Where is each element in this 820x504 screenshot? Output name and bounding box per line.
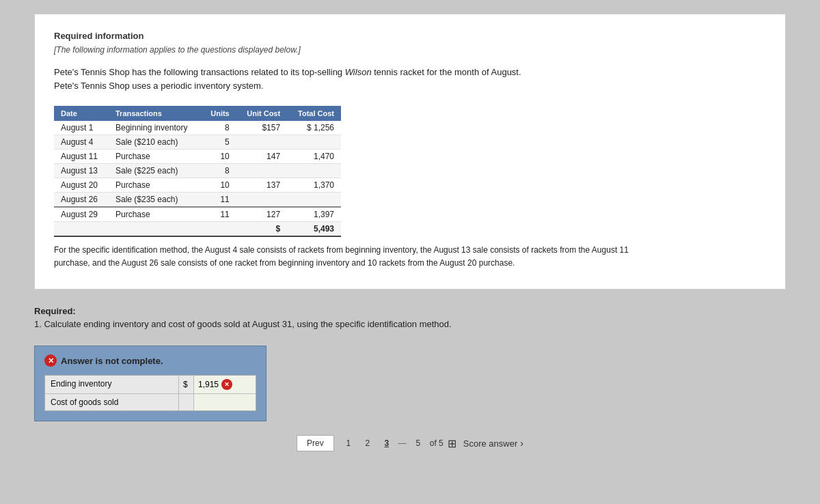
score-label: Score answer — [463, 438, 517, 449]
table-cell-units: 10 — [201, 178, 236, 193]
answer-value-0[interactable]: 1,915✕ — [194, 376, 256, 393]
table-cell-units: 5 — [201, 135, 236, 150]
table-cell-units: 11 — [201, 207, 236, 222]
table-cell-total-cost — [287, 193, 341, 208]
table-cell-unit-cost — [236, 135, 287, 150]
chevron-right-icon: › — [520, 438, 523, 449]
specific-id-note: For the specific identification method, … — [54, 244, 635, 270]
table-cell-total-cost — [287, 164, 341, 178]
required-section: Required: 1. Calculate ending inventory … — [34, 306, 786, 329]
required-question: 1. Calculate ending inventory and cost o… — [34, 319, 786, 329]
table-cell-unit-cost — [236, 164, 287, 178]
table-cell-unit-cost: 147 — [236, 150, 287, 164]
answer-label-0: Ending inventory — [45, 376, 179, 393]
table-cell-date: August 4 — [54, 135, 109, 150]
table-cell-transaction: Purchase — [109, 178, 201, 193]
table-cell-unit-cost: 137 — [236, 178, 287, 193]
description-brand: Wilson — [345, 67, 372, 77]
answer-dollar-0: $ — [179, 376, 194, 393]
table-cell-unit-cost: $157 — [236, 121, 287, 135]
table-cell-total-cost: $ 1,256 — [287, 121, 341, 135]
table-cell-date: August 13 — [54, 164, 109, 178]
answer-label-1: Cost of goods sold — [45, 394, 179, 410]
table-cell-total-cost: 1,370 — [287, 178, 341, 193]
col-total-cost: Total Cost — [287, 106, 341, 121]
description-part1: Pete's Tennis Shop has the following tra… — [54, 67, 345, 77]
table-cell-units: 8 — [201, 121, 236, 135]
table-cell-transaction: Sale ($210 each) — [109, 135, 201, 150]
table-cell-date: August 26 — [54, 193, 109, 208]
col-units: Units — [201, 106, 236, 121]
table-cell-transaction: Purchase — [109, 207, 201, 222]
not-complete-label: Answer is not complete. — [61, 356, 163, 366]
page-dots: — — [398, 438, 407, 448]
total-cell-2 — [201, 222, 236, 237]
page-3[interactable]: 3 — [379, 436, 394, 451]
page-1[interactable]: 1 — [341, 436, 356, 451]
of-label: of 5 — [430, 438, 443, 448]
nav-footer: Prev 1 2 3 — 5 of 5 ⊞ Score answer › — [34, 435, 786, 451]
required-label: Required: — [34, 306, 786, 316]
answer-row-0: Ending inventory$1,915✕ — [45, 376, 256, 394]
content-card: Required information [The following info… — [34, 14, 786, 290]
table-cell-transaction: Sale ($235 each) — [109, 193, 201, 208]
table-cell-total-cost: 1,397 — [287, 207, 341, 222]
answer-dollar-1 — [179, 394, 194, 410]
total-cell-3: $ — [236, 222, 287, 237]
page-2[interactable]: 2 — [360, 436, 375, 451]
table-cell-units: 11 — [201, 193, 236, 208]
italic-note: [The following information applies to th… — [54, 45, 766, 55]
page-5[interactable]: 5 — [411, 436, 426, 451]
total-cell-1 — [109, 222, 201, 237]
table-cell-date: August 11 — [54, 150, 109, 164]
answer-row-1: Cost of goods sold — [45, 394, 256, 410]
table-cell-date: August 1 — [54, 121, 109, 135]
table-cell-transaction: Sale ($225 each) — [109, 164, 201, 178]
total-cell-0 — [54, 222, 109, 237]
col-date: Date — [54, 106, 109, 121]
required-info-title: Required information — [54, 31, 766, 41]
table-cell-transaction: Purchase — [109, 150, 201, 164]
answer-not-complete: ✕ Answer is not complete. — [44, 354, 256, 367]
page-container: Required information [The following info… — [34, 14, 786, 451]
score-answer-button[interactable]: Score answer › — [463, 438, 523, 449]
answer-value-empty-1[interactable] — [194, 394, 256, 410]
table-cell-units: 10 — [201, 150, 236, 164]
prev-button[interactable]: Prev — [297, 435, 334, 451]
nav-pages: 1 2 3 — 5 of 5 ⊞ — [341, 436, 456, 451]
answer-rows-container: Ending inventory$1,915✕Cost of goods sol… — [44, 375, 256, 411]
answer-box: ✕ Answer is not complete. Ending invento… — [34, 346, 266, 421]
description-part2: tennis racket for the month of August. — [372, 67, 521, 77]
table-cell-total-cost — [287, 135, 341, 150]
not-complete-icon: ✕ — [44, 354, 57, 367]
transaction-table: Date Transactions Units Unit Cost Total … — [54, 106, 341, 237]
table-cell-total-cost: 1,470 — [287, 150, 341, 164]
col-transactions: Transactions — [109, 106, 201, 121]
table-cell-units: 8 — [201, 164, 236, 178]
table-cell-unit-cost — [236, 193, 287, 208]
description: Pete's Tennis Shop has the following tra… — [54, 66, 766, 92]
answer-error-icon-0: ✕ — [221, 379, 232, 390]
total-cell-4: 5,493 — [287, 222, 341, 237]
table-cell-transaction: Beginning inventory — [109, 121, 201, 135]
table-cell-date: August 29 — [54, 207, 109, 222]
table-cell-unit-cost: 127 — [236, 207, 287, 222]
description-line2: Pete's Tennis Shop uses a periodic inven… — [54, 81, 263, 91]
col-unit-cost: Unit Cost — [236, 106, 287, 121]
table-cell-date: August 20 — [54, 178, 109, 193]
grid-icon[interactable]: ⊞ — [448, 437, 456, 450]
